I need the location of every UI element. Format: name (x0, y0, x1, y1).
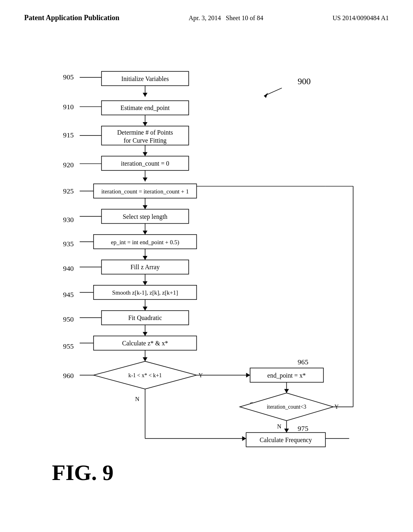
text-955: Calculate z* & x* (122, 340, 168, 347)
label-960-n: N (135, 396, 140, 402)
svg-marker-33 (143, 332, 148, 336)
flowchart-diagram: 900 905 Initialize Variables 910 Estimat… (24, 52, 389, 508)
text-945: Smooth z[k-1], z[k], z[k+1] (112, 289, 178, 296)
label-965: 965 (298, 358, 309, 366)
text-935: ep_int = int end_point + 0.5) (111, 239, 179, 246)
svg-marker-30 (143, 307, 148, 311)
label-930: 930 (63, 216, 74, 224)
publication-date: Apr. 3, 2014 Sheet 10 of 84 (189, 13, 263, 22)
text-915-line2: for Curve Fitting (123, 137, 167, 144)
label-915: 915 (63, 131, 74, 139)
svg-marker-36 (143, 357, 148, 362)
publication-title: Patent Application Publication (24, 13, 119, 23)
svg-marker-27 (143, 281, 148, 285)
svg-marker-1 (264, 93, 268, 98)
page-header: Patent Application Publication Apr. 3, 2… (0, 0, 413, 23)
svg-marker-47 (284, 428, 289, 432)
svg-marker-7 (143, 122, 148, 126)
text-960: k-1 < x* < k+1 (128, 372, 162, 378)
svg-marker-41 (284, 389, 289, 393)
label-925: 925 (63, 187, 74, 195)
text-905: Initialize Variables (121, 75, 169, 82)
label-960: 960 (63, 372, 74, 380)
svg-marker-10 (143, 152, 148, 156)
label-945: 945 (63, 291, 74, 299)
label-905: 905 (63, 73, 74, 81)
publication-number: US 2014/0090484 A1 (332, 13, 389, 22)
text-950: Fit Quadratic (128, 314, 162, 321)
text-965: end_point = x* (267, 372, 306, 379)
label-920: 920 (63, 161, 74, 169)
text-910: Estimate end_point (121, 104, 170, 112)
text-940: Fill z Array (130, 264, 160, 271)
figure-label: FIG. 9 (52, 460, 114, 485)
svg-marker-13 (143, 178, 148, 182)
label-950: 950 (63, 315, 74, 323)
svg-marker-4 (143, 93, 148, 97)
svg-marker-39 (246, 373, 250, 378)
text-970: iteration_count<3 (267, 404, 307, 410)
svg-marker-18 (143, 205, 148, 209)
label-975: 975 (298, 424, 309, 432)
svg-marker-21 (143, 231, 148, 235)
label-955: 955 (63, 342, 74, 350)
text-920: iteration_count = 0 (121, 160, 169, 167)
text-975: Calculate Frequency (260, 436, 312, 444)
text-930: Select step length (123, 213, 167, 220)
label-940: 940 (63, 264, 74, 272)
svg-marker-24 (143, 256, 148, 260)
figure-900-label: 900 (298, 77, 311, 86)
text-915-line1: Determine # of Points (117, 129, 173, 136)
svg-marker-51 (242, 436, 246, 441)
text-925: iteration_count = iteration_count + 1 (101, 188, 189, 195)
label-935: 935 (63, 240, 74, 248)
label-910: 910 (63, 103, 74, 111)
label-970-n: N (277, 423, 282, 430)
